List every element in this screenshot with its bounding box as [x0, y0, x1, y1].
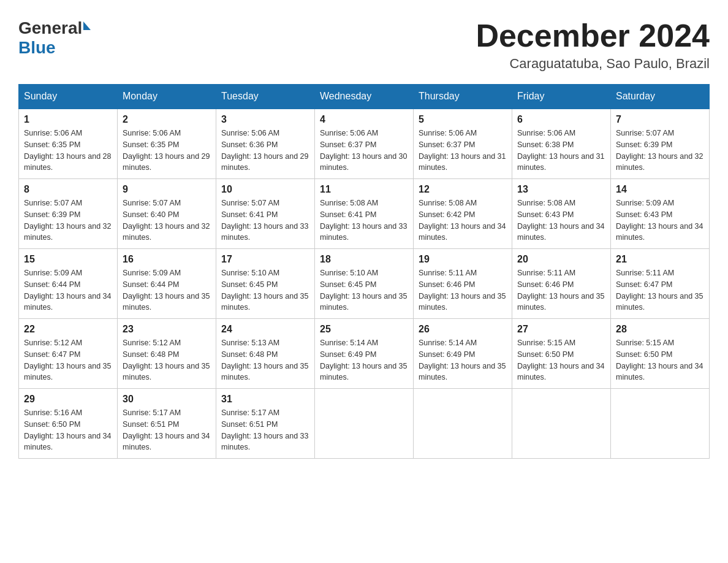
day-number: 8	[24, 184, 112, 195]
calendar-week-row: 22Sunrise: 5:12 AMSunset: 6:47 PMDayligh…	[19, 319, 710, 389]
day-info: Sunrise: 5:06 AMSunset: 6:35 PMDaylight:…	[24, 128, 112, 174]
title-section: December 2024 Caraguatatuba, Sao Paulo, …	[476, 18, 710, 72]
day-info: Sunrise: 5:07 AMSunset: 6:39 PMDaylight:…	[24, 197, 112, 243]
day-number: 30	[123, 394, 211, 405]
day-info: Sunrise: 5:13 AMSunset: 6:48 PMDaylight:…	[221, 337, 309, 383]
month-title: December 2024	[476, 18, 710, 53]
day-info: Sunrise: 5:16 AMSunset: 6:50 PMDaylight:…	[24, 407, 112, 453]
calendar-cell: 22Sunrise: 5:12 AMSunset: 6:47 PMDayligh…	[19, 319, 118, 389]
day-number: 25	[320, 324, 408, 335]
day-info: Sunrise: 5:11 AMSunset: 6:47 PMDaylight:…	[616, 267, 704, 313]
logo-blue-text: Blue	[18, 38, 56, 58]
day-number: 28	[616, 324, 704, 335]
day-number: 2	[123, 114, 211, 125]
day-number: 10	[221, 184, 309, 195]
day-info: Sunrise: 5:08 AMSunset: 6:43 PMDaylight:…	[517, 197, 605, 243]
day-info: Sunrise: 5:14 AMSunset: 6:49 PMDaylight:…	[419, 337, 507, 383]
calendar-cell: 1Sunrise: 5:06 AMSunset: 6:35 PMDaylight…	[19, 109, 118, 179]
day-info: Sunrise: 5:11 AMSunset: 6:46 PMDaylight:…	[517, 267, 605, 313]
calendar-cell: 20Sunrise: 5:11 AMSunset: 6:46 PMDayligh…	[512, 249, 611, 319]
day-number: 19	[419, 254, 507, 265]
logo-triangle-icon	[83, 21, 91, 30]
day-number: 26	[419, 324, 507, 335]
calendar-cell	[611, 389, 710, 459]
calendar-cell: 28Sunrise: 5:15 AMSunset: 6:50 PMDayligh…	[611, 319, 710, 389]
day-info: Sunrise: 5:12 AMSunset: 6:47 PMDaylight:…	[24, 337, 112, 383]
day-number: 29	[24, 394, 112, 405]
location-subtitle: Caraguatatuba, Sao Paulo, Brazil	[476, 56, 710, 72]
day-info: Sunrise: 5:17 AMSunset: 6:51 PMDaylight:…	[123, 407, 211, 453]
calendar-week-row: 8Sunrise: 5:07 AMSunset: 6:39 PMDaylight…	[19, 179, 710, 249]
calendar-cell: 7Sunrise: 5:07 AMSunset: 6:39 PMDaylight…	[611, 109, 710, 179]
day-number: 20	[517, 254, 605, 265]
day-info: Sunrise: 5:12 AMSunset: 6:48 PMDaylight:…	[123, 337, 211, 383]
day-info: Sunrise: 5:14 AMSunset: 6:49 PMDaylight:…	[320, 337, 408, 383]
calendar-cell	[512, 389, 611, 459]
calendar-cell: 25Sunrise: 5:14 AMSunset: 6:49 PMDayligh…	[315, 319, 414, 389]
day-info: Sunrise: 5:09 AMSunset: 6:44 PMDaylight:…	[24, 267, 112, 313]
calendar-cell: 9Sunrise: 5:07 AMSunset: 6:40 PMDaylight…	[118, 179, 216, 249]
logo: General Blue	[18, 18, 91, 58]
calendar-cell	[315, 389, 414, 459]
calendar-header-row: SundayMondayTuesdayWednesdayThursdayFrid…	[19, 85, 710, 109]
day-number: 7	[616, 114, 704, 125]
day-info: Sunrise: 5:15 AMSunset: 6:50 PMDaylight:…	[517, 337, 605, 383]
day-info: Sunrise: 5:06 AMSunset: 6:38 PMDaylight:…	[517, 128, 605, 174]
calendar-cell: 30Sunrise: 5:17 AMSunset: 6:51 PMDayligh…	[118, 389, 216, 459]
calendar-cell: 2Sunrise: 5:06 AMSunset: 6:35 PMDaylight…	[118, 109, 216, 179]
day-info: Sunrise: 5:09 AMSunset: 6:43 PMDaylight:…	[616, 197, 704, 243]
day-number: 13	[517, 184, 605, 195]
day-info: Sunrise: 5:15 AMSunset: 6:50 PMDaylight:…	[616, 337, 704, 383]
calendar-table: SundayMondayTuesdayWednesdayThursdayFrid…	[18, 84, 710, 459]
day-number: 23	[123, 324, 211, 335]
page-header: General Blue December 2024 Caraguatatuba…	[18, 18, 710, 72]
column-header-friday: Friday	[512, 85, 611, 109]
day-number: 6	[517, 114, 605, 125]
calendar-cell: 17Sunrise: 5:10 AMSunset: 6:45 PMDayligh…	[216, 249, 315, 319]
calendar-cell: 12Sunrise: 5:08 AMSunset: 6:42 PMDayligh…	[414, 179, 512, 249]
day-number: 31	[221, 394, 309, 405]
day-info: Sunrise: 5:11 AMSunset: 6:46 PMDaylight:…	[419, 267, 507, 313]
column-header-monday: Monday	[118, 85, 216, 109]
day-number: 24	[221, 324, 309, 335]
day-info: Sunrise: 5:07 AMSunset: 6:39 PMDaylight:…	[616, 128, 704, 174]
calendar-week-row: 29Sunrise: 5:16 AMSunset: 6:50 PMDayligh…	[19, 389, 710, 459]
day-number: 12	[419, 184, 507, 195]
day-info: Sunrise: 5:09 AMSunset: 6:44 PMDaylight:…	[123, 267, 211, 313]
day-info: Sunrise: 5:08 AMSunset: 6:42 PMDaylight:…	[419, 197, 507, 243]
calendar-cell: 10Sunrise: 5:07 AMSunset: 6:41 PMDayligh…	[216, 179, 315, 249]
calendar-cell: 5Sunrise: 5:06 AMSunset: 6:37 PMDaylight…	[414, 109, 512, 179]
column-header-wednesday: Wednesday	[315, 85, 414, 109]
calendar-cell: 8Sunrise: 5:07 AMSunset: 6:39 PMDaylight…	[19, 179, 118, 249]
day-number: 22	[24, 324, 112, 335]
calendar-cell: 24Sunrise: 5:13 AMSunset: 6:48 PMDayligh…	[216, 319, 315, 389]
calendar-cell: 31Sunrise: 5:17 AMSunset: 6:51 PMDayligh…	[216, 389, 315, 459]
calendar-cell: 23Sunrise: 5:12 AMSunset: 6:48 PMDayligh…	[118, 319, 216, 389]
calendar-cell: 14Sunrise: 5:09 AMSunset: 6:43 PMDayligh…	[611, 179, 710, 249]
day-info: Sunrise: 5:17 AMSunset: 6:51 PMDaylight:…	[221, 407, 309, 453]
day-number: 3	[221, 114, 309, 125]
calendar-cell: 21Sunrise: 5:11 AMSunset: 6:47 PMDayligh…	[611, 249, 710, 319]
day-info: Sunrise: 5:10 AMSunset: 6:45 PMDaylight:…	[320, 267, 408, 313]
day-number: 16	[123, 254, 211, 265]
calendar-week-row: 15Sunrise: 5:09 AMSunset: 6:44 PMDayligh…	[19, 249, 710, 319]
day-number: 9	[123, 184, 211, 195]
day-info: Sunrise: 5:07 AMSunset: 6:41 PMDaylight:…	[221, 197, 309, 243]
column-header-thursday: Thursday	[414, 85, 512, 109]
logo-general-text: General	[18, 18, 82, 38]
day-info: Sunrise: 5:10 AMSunset: 6:45 PMDaylight:…	[221, 267, 309, 313]
day-info: Sunrise: 5:08 AMSunset: 6:41 PMDaylight:…	[320, 197, 408, 243]
calendar-cell: 4Sunrise: 5:06 AMSunset: 6:37 PMDaylight…	[315, 109, 414, 179]
calendar-cell: 6Sunrise: 5:06 AMSunset: 6:38 PMDaylight…	[512, 109, 611, 179]
day-info: Sunrise: 5:06 AMSunset: 6:37 PMDaylight:…	[419, 128, 507, 174]
column-header-saturday: Saturday	[611, 85, 710, 109]
calendar-cell: 29Sunrise: 5:16 AMSunset: 6:50 PMDayligh…	[19, 389, 118, 459]
calendar-cell: 18Sunrise: 5:10 AMSunset: 6:45 PMDayligh…	[315, 249, 414, 319]
day-info: Sunrise: 5:06 AMSunset: 6:37 PMDaylight:…	[320, 128, 408, 174]
column-header-tuesday: Tuesday	[216, 85, 315, 109]
column-header-sunday: Sunday	[19, 85, 118, 109]
day-number: 5	[419, 114, 507, 125]
calendar-cell: 3Sunrise: 5:06 AMSunset: 6:36 PMDaylight…	[216, 109, 315, 179]
calendar-cell: 15Sunrise: 5:09 AMSunset: 6:44 PMDayligh…	[19, 249, 118, 319]
day-info: Sunrise: 5:06 AMSunset: 6:36 PMDaylight:…	[221, 128, 309, 174]
